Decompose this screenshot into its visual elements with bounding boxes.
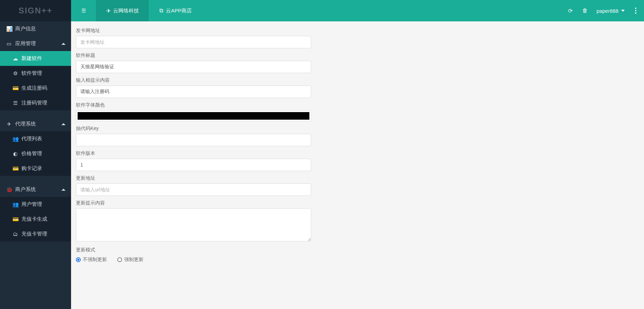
field-card-url: 发卡网地址 bbox=[76, 28, 311, 48]
sidebar-toggle-button[interactable]: ☰ bbox=[71, 0, 96, 21]
sidebar-item-new-software[interactable]: ☁ 新建软件 bbox=[0, 51, 71, 66]
sidebar-item-label: 充值卡管理 bbox=[21, 231, 47, 237]
topbar: SIGN++ ☰ ✈ 云网络科技 ⧉ 云APP商店 ⟳ 🗑 paper888 bbox=[0, 0, 644, 21]
field-update-url: 更新地址 bbox=[76, 175, 311, 196]
field-update-mode: 更新模式 不强制更新 强制更新 bbox=[76, 247, 311, 265]
field-label: 软件版本 bbox=[76, 150, 311, 157]
sidebar-item-software-mgmt[interactable]: ⚙ 软件管理 bbox=[0, 66, 71, 81]
sidebar-item-label: 商户信息 bbox=[15, 26, 36, 32]
extract-key-input[interactable] bbox=[76, 134, 311, 146]
sidebar-item-gen-code[interactable]: 💳 生成注册码 bbox=[0, 81, 71, 96]
field-update-msg: 更新提示内容 bbox=[76, 200, 311, 243]
field-label: 更新地址 bbox=[76, 175, 311, 181]
field-input-hint: 输入框提示内容 bbox=[76, 77, 311, 98]
sidebar-item-merchant-info[interactable]: 📊 商户信息 bbox=[0, 21, 71, 36]
chevron-down-icon bbox=[621, 10, 625, 12]
update-url-input[interactable] bbox=[76, 183, 311, 196]
cloud-icon: ☁ bbox=[12, 56, 18, 62]
version-input[interactable] bbox=[76, 159, 311, 171]
sidebar-section-merchant-sys[interactable]: 🐞 商户系统 bbox=[0, 182, 71, 197]
dot-icon bbox=[635, 8, 636, 9]
sidebar-item-label: 价格管理 bbox=[21, 150, 42, 157]
sidebar-item-label: 用户管理 bbox=[21, 201, 42, 208]
dashboard-icon: 📊 bbox=[6, 26, 12, 32]
window-icon: ▭ bbox=[6, 41, 12, 47]
field-soft-title: 软件标题 bbox=[76, 52, 311, 73]
sidebar-item-label: 商户系统 bbox=[15, 186, 36, 193]
sidebar-section-app-mgmt[interactable]: ▭ 应用管理 bbox=[0, 36, 71, 51]
field-label: 软件字体颜色 bbox=[76, 102, 311, 108]
field-version: 软件版本 bbox=[76, 150, 311, 171]
field-label: 发卡网地址 bbox=[76, 28, 311, 34]
sidebar-item-label: 新建软件 bbox=[21, 55, 42, 62]
paper-plane-icon: ✈ bbox=[6, 121, 12, 127]
nav-tab-network-label: 云网络科技 bbox=[113, 8, 139, 14]
field-extract-key: 抽代码Key bbox=[76, 126, 311, 146]
sidebar-item-label: 生成注册码 bbox=[21, 85, 47, 91]
trash-button[interactable]: 🗑 bbox=[582, 8, 588, 14]
paper-plane-icon: ✈ bbox=[106, 8, 111, 14]
color-swatch bbox=[78, 112, 309, 120]
soft-title-input[interactable] bbox=[76, 61, 311, 73]
dot-icon bbox=[635, 10, 636, 11]
sidebar: 📊 商户信息 ▭ 应用管理 ☁ 新建软件 ⚙ 软件管理 💳 生成注册码 ☰ 注册… bbox=[0, 21, 71, 309]
sidebar-item-price-mgmt[interactable]: ◐ 价格管理 bbox=[0, 146, 71, 161]
wallet-icon: 🗂 bbox=[12, 231, 18, 237]
field-label: 抽代码Key bbox=[76, 126, 311, 132]
bug-icon: 🐞 bbox=[6, 187, 12, 193]
radio-icon bbox=[117, 257, 122, 262]
radio-label: 不强制更新 bbox=[83, 257, 107, 263]
radio-no-force[interactable]: 不强制更新 bbox=[76, 257, 107, 263]
field-font-color: 软件字体颜色 bbox=[76, 102, 311, 121]
sidebar-section-agent-sys[interactable]: ✈ 代理系统 bbox=[0, 117, 71, 131]
card-url-input[interactable] bbox=[76, 36, 311, 48]
field-label: 输入框提示内容 bbox=[76, 77, 311, 83]
dropbox-icon: ⧉ bbox=[158, 8, 164, 14]
field-label: 更新提示内容 bbox=[76, 200, 311, 206]
card-icon: 💳 bbox=[12, 85, 18, 91]
cubes-icon: ⚙ bbox=[12, 70, 18, 77]
chevron-up-icon bbox=[61, 189, 66, 191]
menu-toggle-icon: ☰ bbox=[81, 8, 86, 14]
sidebar-item-card-mgmt[interactable]: 🗂 充值卡管理 bbox=[0, 227, 71, 241]
chevron-up-icon bbox=[61, 123, 66, 125]
update-msg-textarea[interactable] bbox=[76, 208, 311, 241]
sidebar-item-code-mgmt[interactable]: ☰ 注册码管理 bbox=[0, 96, 71, 110]
card-icon: 💳 bbox=[12, 166, 18, 172]
topbar-right: ⟳ 🗑 paper888 bbox=[568, 0, 644, 21]
users-icon: 👥 bbox=[12, 136, 18, 142]
sidebar-item-label: 购卡记录 bbox=[21, 165, 42, 172]
input-hint-input[interactable] bbox=[76, 86, 311, 98]
font-color-picker[interactable] bbox=[76, 110, 311, 121]
radio-icon bbox=[76, 257, 81, 262]
content-area: 发卡网地址 软件标题 输入框提示内容 软件字体颜色 抽代码Key 软件版本 更新… bbox=[71, 21, 644, 283]
refresh-icon: ⟳ bbox=[568, 8, 573, 14]
sidebar-item-agent-list[interactable]: 👥 代理列表 bbox=[0, 131, 71, 146]
sidebar-item-label: 代理系统 bbox=[15, 121, 36, 127]
field-label: 更新模式 bbox=[76, 247, 311, 253]
nav-tab-appstore-label: 云APP商店 bbox=[166, 8, 192, 14]
sidebar-item-label: 注册码管理 bbox=[21, 100, 47, 106]
username-label: paper888 bbox=[597, 8, 618, 14]
more-menu-button[interactable] bbox=[634, 6, 638, 16]
sidebar-item-card-gen[interactable]: 💳 充值卡生成 bbox=[0, 212, 71, 227]
nav-tab-appstore[interactable]: ⧉ 云APP商店 bbox=[149, 0, 201, 21]
sidebar-item-label: 应用管理 bbox=[15, 40, 36, 47]
radio-label: 强制更新 bbox=[124, 257, 143, 263]
sidebar-item-user-mgmt[interactable]: 👥 用户管理 bbox=[0, 197, 71, 212]
users-icon: 👥 bbox=[12, 201, 18, 208]
sidebar-item-label: 代理列表 bbox=[21, 136, 42, 142]
field-label: 软件标题 bbox=[76, 52, 311, 59]
dot-icon bbox=[635, 12, 636, 14]
sidebar-item-label: 充值卡生成 bbox=[21, 216, 47, 222]
card-icon: 💳 bbox=[12, 216, 18, 222]
sidebar-item-buy-record[interactable]: 💳 购卡记录 bbox=[0, 161, 71, 176]
radio-force[interactable]: 强制更新 bbox=[117, 257, 143, 263]
update-mode-radio-group: 不强制更新 强制更新 bbox=[76, 255, 311, 265]
nav-tab-network[interactable]: ✈ 云网络科技 bbox=[96, 0, 149, 21]
user-menu[interactable]: paper888 bbox=[597, 8, 625, 14]
refresh-button[interactable]: ⟳ bbox=[568, 8, 573, 14]
chart-icon: ◐ bbox=[12, 151, 18, 157]
logo: SIGN++ bbox=[0, 0, 71, 21]
chevron-up-icon bbox=[61, 43, 66, 45]
